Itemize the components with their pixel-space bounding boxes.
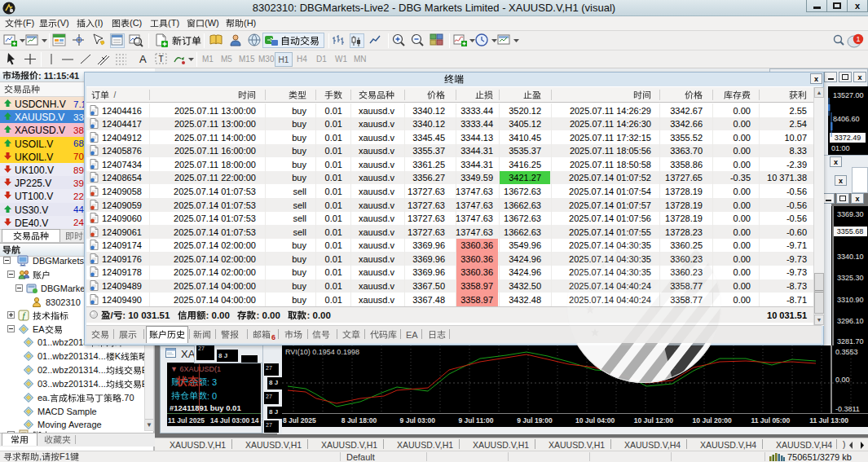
svg-text:T: T (158, 55, 163, 64)
svg-text:1: 1 (856, 35, 860, 43)
